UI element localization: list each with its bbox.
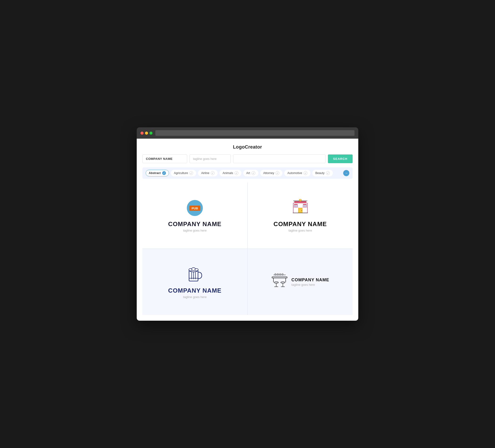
search-row: SEARCH [142,154,353,163]
check-icon-art: ✓ [251,171,255,175]
logo-tagline-1: tagline goes here [183,229,207,232]
check-icon-animals: ✓ [234,171,238,175]
filter-chip-abstract[interactable]: Abstract ✓ [146,170,169,176]
filter-label-agriculture: Agriculture [174,171,188,175]
logo-card-4[interactable]: COMPANY NAME tagline goes here [248,249,353,315]
filter-label-attorney: Attorney [263,171,274,175]
logo-icon-1: PUB 🍺 🍺 [186,199,204,217]
check-icon-beauty: ✓ [326,171,330,175]
logo-card-1[interactable]: PUB 🍺 🍺 COMPANY NAME tagline goes here [142,182,247,249]
check-icon-attorney: ✓ [275,171,279,175]
browser-window: LogoCreator SEARCH Abstract ✓ Agricultur… [137,127,358,321]
logo-icon-3 [187,266,203,283]
search-button[interactable]: SEARCH [328,154,353,163]
filter-chip-airline[interactable]: Airline ✓ [198,170,218,176]
app-title: LogoCreator [142,144,353,150]
bar-inline-container: COMPANY NAME tagline goes here [271,272,329,292]
logo-tagline-4: tagline goes here [291,283,329,286]
filter-row: Abstract ✓ Agriculture ✓ Airline ✓ Anima… [142,168,353,179]
svg-rect-31 [272,277,287,278]
logo-icon-4 [271,272,288,289]
check-icon-airline: ✓ [211,171,215,175]
maximize-button[interactable] [150,132,152,135]
svg-text:🍺: 🍺 [299,199,301,201]
svg-point-39 [274,282,278,283]
logo-company-name-4: COMPANY NAME [291,278,329,282]
filter-chip-agriculture[interactable]: Agriculture ✓ [171,170,196,176]
filter-label-beauty: Beauty [315,171,325,175]
logo-tagline-2: tagline goes here [289,229,312,232]
minimize-button[interactable] [145,132,148,135]
filter-chip-beauty[interactable]: Beauty ✓ [312,170,333,176]
filter-next-arrow[interactable]: → [343,170,349,176]
filter-label-animals: Animals [222,171,233,175]
check-icon-abstract: ✓ [162,171,166,175]
close-button[interactable] [140,132,144,135]
filter-chip-art[interactable]: Art ✓ [243,170,258,176]
filter-chip-automotive[interactable]: Automotive ✓ [284,170,310,176]
check-icon-automotive: ✓ [303,171,307,175]
svg-point-26 [195,268,198,271]
bar-inline-text: COMPANY NAME tagline goes here [291,278,329,286]
svg-point-42 [281,282,285,283]
logo-company-name-1: COMPANY NAME [168,221,221,228]
logo-tagline-3: tagline goes here [183,295,207,299]
logo-company-name-2: COMPANY NAME [274,221,327,228]
filter-label-automotive: Automotive [287,171,302,175]
svg-point-20 [301,210,302,211]
tagline-input[interactable] [190,154,231,163]
logo-icon-2: 🍺 [291,199,310,217]
svg-text:PUB: PUB [192,207,198,210]
browser-chrome [137,127,358,139]
company-name-input[interactable] [142,154,187,163]
address-bar[interactable] [155,130,355,136]
filter-label-airline: Airline [201,171,209,175]
logo-company-name-3: COMPANY NAME [168,287,221,294]
filter-chip-attorney[interactable]: Attorney ✓ [260,170,283,176]
traffic-lights [140,132,152,135]
filter-label-abstract: Abstract [149,171,161,175]
logo-card-3[interactable]: COMPANY NAME tagline goes here [142,249,247,315]
filter-label-art: Art [246,171,250,175]
check-icon-agriculture: ✓ [189,171,193,175]
app-content: LogoCreator SEARCH Abstract ✓ Agricultur… [137,139,358,321]
filter-chip-animals[interactable]: Animals ✓ [220,170,241,176]
logo-grid: PUB 🍺 🍺 COMPANY NAME tagline goes here [142,182,353,315]
extra-input[interactable] [233,154,326,163]
logo-card-2[interactable]: 🍺 [248,182,353,249]
